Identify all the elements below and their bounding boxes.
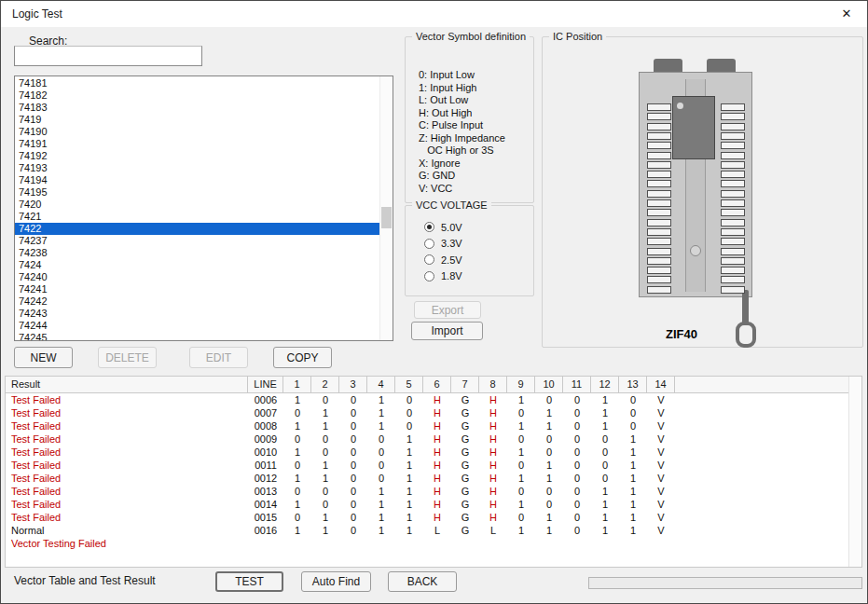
pin-slot (647, 199, 671, 207)
table-scrollbar[interactable] (848, 377, 861, 567)
pin-slot (721, 276, 745, 283)
pin-cell: 0 (339, 511, 367, 524)
result-cell: Test Failed (6, 393, 248, 406)
pin-slot (721, 248, 745, 255)
pin-cell: H (423, 511, 451, 524)
ic-list-item[interactable]: 74241 (15, 283, 380, 295)
pin-cell: V (647, 406, 675, 419)
ic-list-items: 7418174182741837419741907419174192741937… (15, 77, 380, 341)
pin-cell: 1 (283, 498, 311, 511)
back-button[interactable]: BACK (388, 571, 457, 592)
vcc-option-3.3v[interactable]: 3.3V (424, 236, 462, 253)
ic-list-item[interactable]: 74192 (15, 150, 380, 162)
table-row[interactable]: Test Failed001101001HGH01001V (6, 459, 861, 472)
export-button[interactable]: Export (414, 301, 481, 319)
pin-cell: 0 (367, 459, 395, 472)
ic-list-item[interactable]: 74195 (15, 186, 380, 199)
pin-cell: 0 (339, 419, 367, 432)
pin-slot (647, 276, 671, 283)
pin-slot (647, 228, 671, 236)
ic-list-item[interactable]: 7422 (15, 223, 380, 235)
ic-list-item[interactable]: 74193 (15, 162, 380, 174)
pin-slot (721, 180, 745, 187)
pin-cell: 1 (535, 459, 563, 472)
table-row[interactable]: Test Failed001010001HGH10001V (6, 446, 861, 459)
pin-cell: V (647, 459, 675, 472)
vcc-options: 5.0V3.3V2.5V1.8V (424, 219, 462, 284)
line-cell: 0008 (248, 419, 283, 432)
pin-cell: G (451, 406, 479, 419)
vcc-option-5.0v[interactable]: 5.0V (424, 219, 462, 236)
ic-list-item[interactable]: 74190 (15, 126, 380, 138)
pin-cell: 0 (535, 446, 563, 459)
table-row[interactable]: Test Failed001300011HGH00011V (6, 485, 861, 498)
pin-cell: G (451, 485, 479, 498)
ic-list-item[interactable]: 74194 (15, 174, 380, 186)
table-header: ResultLINE1234567891011121314 (6, 377, 861, 393)
ic-list-item[interactable]: 74237 (15, 235, 380, 247)
ic-list-item[interactable]: 7421 (15, 211, 380, 223)
table-row[interactable]: Test Failed001501011HGH01011V (6, 511, 861, 524)
ic-list-item[interactable]: 74242 (15, 295, 380, 308)
list-scrollbar[interactable] (379, 76, 393, 340)
pin-cell: H (479, 498, 507, 511)
delete-button[interactable]: DELETE (98, 347, 157, 368)
pin-cell: 1 (591, 524, 619, 537)
column-header: 7 (451, 377, 479, 392)
test-button[interactable]: TEST (215, 571, 283, 592)
table-row[interactable]: Normal001611011LGL11011V (6, 524, 861, 537)
pin-cell: H (479, 419, 507, 432)
pin-cell: H (423, 393, 451, 406)
pin-cell: 0 (591, 432, 619, 446)
ic-list-item[interactable]: 74240 (15, 271, 380, 283)
edit-button[interactable]: EDIT (189, 347, 248, 368)
ic-list-item[interactable]: 74243 (15, 308, 380, 320)
pin-slot (647, 103, 671, 111)
ic-list-item[interactable]: 74191 (15, 138, 380, 150)
pin-cell: 1 (619, 472, 647, 485)
new-button[interactable]: NEW (14, 347, 73, 368)
search-input[interactable] (14, 46, 202, 66)
vcc-option-label: 1.8V (441, 270, 462, 281)
copy-button[interactable]: COPY (273, 347, 332, 368)
pin-cell: 1 (395, 485, 423, 498)
ic-list-item[interactable]: 74182 (15, 89, 380, 102)
ic-list-item[interactable]: 7420 (15, 199, 380, 211)
pin-cell: G (451, 498, 479, 511)
vcc-option-1.8v[interactable]: 1.8V (424, 268, 462, 285)
pin-cell: G (451, 511, 479, 524)
ic-list-item[interactable]: 7424 (15, 259, 380, 271)
table-row[interactable]: Test Failed001211001HGH11001V (6, 472, 861, 485)
pin-cell: 0 (339, 406, 367, 419)
ic-list-item[interactable]: 74181 (15, 77, 380, 89)
table-row[interactable]: Test Failed000610010HGH10010V (6, 393, 861, 406)
close-icon[interactable]: ✕ (832, 3, 861, 25)
ic-list-item[interactable]: 74183 (15, 102, 380, 114)
pin-cell: 1 (367, 419, 395, 432)
scrollbar-thumb[interactable] (381, 207, 392, 228)
ic-list-item[interactable]: 7419 (15, 114, 380, 126)
table-row[interactable]: Test Failed000701010HGH01010V (6, 406, 861, 419)
pin-cell: 1 (367, 511, 395, 524)
import-button[interactable]: Import (411, 322, 483, 340)
ic-list-item[interactable]: 74244 (15, 320, 380, 332)
pin-cell: 0 (311, 432, 339, 446)
pin-cell: 1 (311, 419, 339, 432)
table-row[interactable]: Test Failed000900001HGH00001V (6, 432, 861, 446)
vcc-option-2.5v[interactable]: 2.5V (424, 252, 462, 268)
pin-cell: 1 (395, 459, 423, 472)
pin-cell: H (423, 432, 451, 446)
ic-list-item[interactable]: 74238 (15, 247, 380, 259)
table-row[interactable]: Test Failed000811010HGH11010V (6, 419, 861, 432)
column-header: 1 (283, 377, 311, 392)
auto-find-button[interactable]: Auto Find (301, 571, 371, 592)
pin-cell: 1 (507, 446, 535, 459)
pin-cell: 0 (507, 432, 535, 446)
pin-cell: 0 (591, 459, 619, 472)
pin-cell: 0 (591, 472, 619, 485)
window-title: Logic Test (12, 1, 62, 27)
table-row[interactable]: Test Failed001410011HGH10011V (6, 498, 861, 511)
result-cell: Test Failed (6, 511, 248, 524)
ic-list-item[interactable]: 74245 (15, 332, 380, 341)
pin-cell: 0 (563, 419, 591, 432)
